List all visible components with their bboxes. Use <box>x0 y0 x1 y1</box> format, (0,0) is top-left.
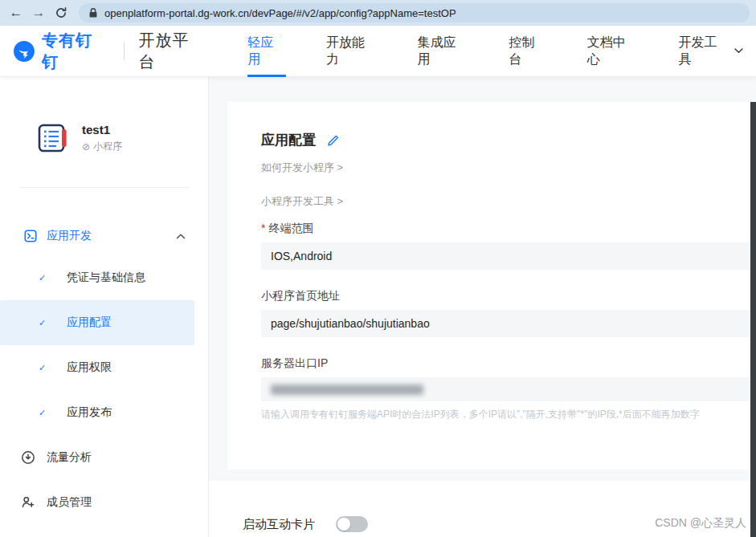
brand-subtitle: 开放平台 <box>139 30 206 73</box>
app-icon <box>35 120 71 156</box>
screen: ← → openplatform-portal.dg-work.cn/devPa… <box>0 0 756 537</box>
browser-reload-icon[interactable] <box>51 3 71 22</box>
body-row: test1 ⊘ 小程序 应用开发 <box>0 77 756 537</box>
csdn-watermark: CSDN @心圣灵人 <box>655 516 746 531</box>
browser-toolbar: ← → openplatform-portal.dg-work.cn/devPa… <box>0 0 756 26</box>
url-text: openplatform-portal.dg-work.cn/devPage/#… <box>104 7 456 19</box>
sidebar-item-label: 成员管理 <box>47 495 92 510</box>
sidebar-item-label: 应用发布 <box>67 405 112 420</box>
sidebar-group-app-dev[interactable]: 应用开发 <box>0 217 208 255</box>
homepage-address-label: 小程序首页地址 <box>261 289 756 303</box>
edit-pencil-icon[interactable] <box>327 134 340 147</box>
sidebar-item-label: 应用权限 <box>67 360 112 375</box>
app-type-label: 小程序 <box>93 140 122 153</box>
dingtalk-logo-icon <box>13 40 35 63</box>
check-icon: ✓ <box>39 363 50 373</box>
brand-name: 专有钉钉 <box>42 30 109 73</box>
app-name: test1 <box>82 123 122 136</box>
tab-light-app[interactable]: 轻应用 <box>247 26 286 77</box>
terminal-scope-input[interactable] <box>261 242 756 270</box>
tab-label: 开发工具 <box>678 35 729 68</box>
tab-doc-center[interactable]: 文档中心 <box>587 26 639 77</box>
mini-program-badge-icon: ⊘ <box>82 141 90 153</box>
server-outbound-ip-input[interactable] <box>261 377 756 401</box>
lock-icon <box>88 7 98 18</box>
homepage-address-input[interactable] <box>261 310 756 337</box>
server-outbound-ip-label: 服务器出口IP <box>261 356 756 371</box>
required-asterisk: * <box>261 222 265 234</box>
tab-console[interactable]: 控制台 <box>509 26 547 77</box>
redacted-ip-value <box>271 384 423 395</box>
app-meta: test1 ⊘ 小程序 <box>82 123 122 153</box>
address-bar[interactable]: openplatform-portal.dg-work.cn/devPage/#… <box>79 3 750 22</box>
app-dev-icon <box>24 230 37 242</box>
tab-label: 集成应用 <box>418 35 469 68</box>
sidebar-item-label: 应用配置 <box>67 315 112 330</box>
page-scrollbar[interactable] <box>750 102 756 537</box>
app-info: test1 ⊘ 小程序 <box>0 116 208 161</box>
tab-label: 开放能力 <box>326 35 378 68</box>
link-how-to-dev-miniprogram[interactable]: 如何开发小程序 > <box>261 161 756 175</box>
link-miniprogram-dev-tool[interactable]: 小程序开发工具 > <box>261 194 756 209</box>
sidebar-item-app-release[interactable]: ✓ 应用发布 <box>0 390 194 435</box>
traffic-analysis-icon <box>21 450 35 465</box>
interactive-card-toggle[interactable] <box>336 516 368 532</box>
main-content: 应用配置 如何开发小程序 > 小程序开发工具 > *终端范围 小程序首页地址 服… <box>209 77 756 537</box>
tab-dev-tools[interactable]: 开发工具 <box>678 26 743 77</box>
check-icon: ✓ <box>39 318 50 328</box>
page-title: 应用配置 <box>261 131 316 149</box>
sidebar-item-app-permissions[interactable]: ✓ 应用权限 <box>0 345 194 390</box>
sidebar-item-member-management[interactable]: 成员管理 <box>0 480 208 525</box>
sidebar-item-credentials[interactable]: ✓ 凭证与基础信息 <box>0 255 194 300</box>
tab-open-capability[interactable]: 开放能力 <box>326 26 378 77</box>
brand-logo[interactable]: 专有钉钉 开放平台 <box>13 30 206 73</box>
sidebar-group-label: 应用开发 <box>47 229 92 243</box>
tab-integrated-app[interactable]: 集成应用 <box>418 26 469 77</box>
server-ip-hint: 请输入调用专有钉钉服务端API时的合法IP列表，多个IP请以","隔开,支持带"… <box>261 408 756 421</box>
sidebar-item-label: 流量分析 <box>47 450 92 465</box>
browser-back-icon[interactable]: ← <box>6 3 26 22</box>
app-type: ⊘ 小程序 <box>82 140 122 153</box>
reload-icon <box>55 6 67 19</box>
toggle-knob <box>337 518 350 531</box>
site-header: 专有钉钉 开放平台 轻应用 开放能力 集成应用 控制台 文档中心 开发工具 <box>0 26 756 77</box>
sidebar-divider <box>19 187 189 188</box>
sidebar-item-label: 凭证与基础信息 <box>67 271 145 285</box>
member-management-icon <box>21 495 35 510</box>
check-icon: ✓ <box>39 273 50 283</box>
app-config-card: 应用配置 如何开发小程序 > 小程序开发工具 > *终端范围 小程序首页地址 服… <box>227 102 756 470</box>
chevron-up-icon <box>176 234 186 239</box>
sidebar-item-app-config[interactable]: ✓ 应用配置 <box>0 300 194 345</box>
sidebar: test1 ⊘ 小程序 应用开发 <box>0 77 209 537</box>
check-icon: ✓ <box>39 408 50 418</box>
interactive-card-label: 启动互动卡片 <box>243 517 315 532</box>
sidebar-item-traffic-analysis[interactable]: 流量分析 <box>0 435 208 480</box>
tab-label: 轻应用 <box>247 35 286 68</box>
brand-divider <box>124 43 125 60</box>
terminal-scope-label: *终端范围 <box>261 222 756 236</box>
top-nav: 轻应用 开放能力 集成应用 控制台 文档中心 开发工具 <box>247 26 743 77</box>
chevron-down-icon <box>734 48 743 54</box>
tab-label: 文档中心 <box>587 35 639 68</box>
browser-forward-icon[interactable]: → <box>29 3 48 22</box>
tab-label: 控制台 <box>509 35 547 68</box>
